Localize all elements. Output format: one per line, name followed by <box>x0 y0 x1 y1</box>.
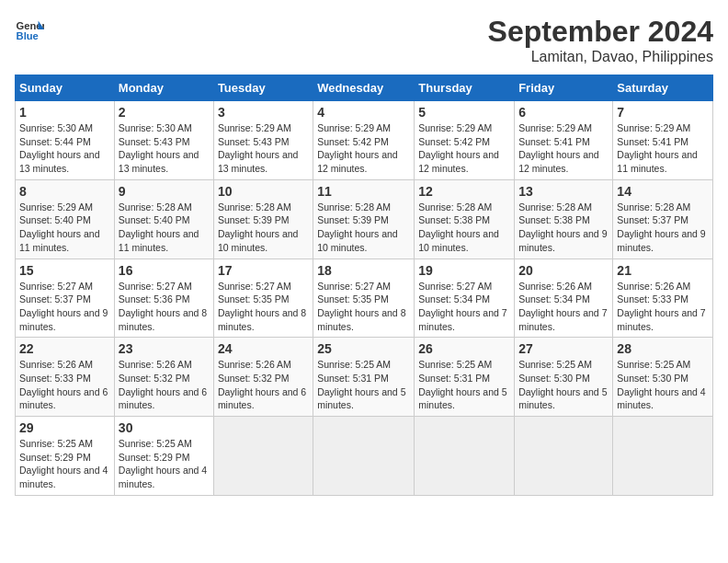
day-detail: Sunrise: 5:25 AMSunset: 5:31 PMDaylight … <box>317 358 410 412</box>
calendar-cell: 3Sunrise: 5:29 AMSunset: 5:43 PMDaylight… <box>213 101 313 180</box>
calendar-week-row: 22Sunrise: 5:26 AMSunset: 5:33 PMDayligh… <box>16 338 713 417</box>
day-detail: Sunrise: 5:28 AMSunset: 5:39 PMDaylight … <box>218 201 309 255</box>
day-number: 24 <box>218 341 309 356</box>
logo: General Blue <box>15 15 44 44</box>
day-number: 9 <box>119 184 210 199</box>
calendar-cell: 21Sunrise: 5:26 AMSunset: 5:33 PMDayligh… <box>613 259 713 338</box>
weekday-header-tuesday: Tuesday <box>213 75 313 101</box>
day-detail: Sunrise: 5:27 AMSunset: 5:34 PMDaylight … <box>418 280 510 334</box>
day-detail: Sunrise: 5:30 AMSunset: 5:44 PMDaylight … <box>19 121 110 176</box>
calendar-cell: 20Sunrise: 5:26 AMSunset: 5:34 PMDayligh… <box>515 259 613 338</box>
day-number: 17 <box>218 263 309 278</box>
day-number: 16 <box>119 263 210 278</box>
weekday-header-friday: Friday <box>515 75 613 101</box>
day-number: 14 <box>617 184 709 199</box>
day-detail: Sunrise: 5:25 AMSunset: 5:30 PMDaylight … <box>518 358 609 412</box>
calendar-week-row: 15Sunrise: 5:27 AMSunset: 5:37 PMDayligh… <box>16 259 713 338</box>
weekday-header-saturday: Saturday <box>613 75 713 101</box>
calendar-cell: 6Sunrise: 5:29 AMSunset: 5:41 PMDaylight… <box>515 101 613 180</box>
calendar-cell: 16Sunrise: 5:27 AMSunset: 5:36 PMDayligh… <box>114 259 213 338</box>
day-detail: Sunrise: 5:27 AMSunset: 5:37 PMDaylight … <box>19 280 110 334</box>
logo-icon: General Blue <box>15 15 44 44</box>
calendar-cell: 24Sunrise: 5:26 AMSunset: 5:32 PMDayligh… <box>213 338 313 417</box>
weekday-header-thursday: Thursday <box>415 75 515 101</box>
calendar-cell: 22Sunrise: 5:26 AMSunset: 5:33 PMDayligh… <box>16 338 115 417</box>
day-detail: Sunrise: 5:27 AMSunset: 5:35 PMDaylight … <box>218 280 309 334</box>
day-detail: Sunrise: 5:29 AMSunset: 5:40 PMDaylight … <box>19 201 110 255</box>
location-title: Lamitan, Davao, Philippines <box>488 49 713 65</box>
day-number: 5 <box>418 105 510 120</box>
calendar-cell: 4Sunrise: 5:29 AMSunset: 5:42 PMDaylight… <box>313 101 415 180</box>
day-detail: Sunrise: 5:28 AMSunset: 5:39 PMDaylight … <box>317 201 410 255</box>
month-title: September 2024 <box>488 15 713 49</box>
calendar-cell <box>313 417 415 496</box>
calendar-cell <box>613 417 713 496</box>
day-number: 1 <box>19 105 110 120</box>
day-detail: Sunrise: 5:25 AMSunset: 5:30 PMDaylight … <box>617 358 709 412</box>
day-detail: Sunrise: 5:26 AMSunset: 5:33 PMDaylight … <box>19 358 110 412</box>
calendar-cell: 8Sunrise: 5:29 AMSunset: 5:40 PMDaylight… <box>16 179 115 259</box>
calendar-cell: 25Sunrise: 5:25 AMSunset: 5:31 PMDayligh… <box>313 338 415 417</box>
calendar-cell: 2Sunrise: 5:30 AMSunset: 5:43 PMDaylight… <box>114 101 213 180</box>
day-number: 22 <box>19 341 110 356</box>
day-detail: Sunrise: 5:27 AMSunset: 5:35 PMDaylight … <box>317 280 410 334</box>
day-number: 21 <box>617 263 709 278</box>
day-detail: Sunrise: 5:29 AMSunset: 5:42 PMDaylight … <box>317 121 410 176</box>
day-detail: Sunrise: 5:28 AMSunset: 5:38 PMDaylight … <box>518 201 609 255</box>
calendar-cell: 1Sunrise: 5:30 AMSunset: 5:44 PMDaylight… <box>16 101 115 180</box>
calendar-cell: 11Sunrise: 5:28 AMSunset: 5:39 PMDayligh… <box>313 179 415 259</box>
calendar-cell: 29Sunrise: 5:25 AMSunset: 5:29 PMDayligh… <box>16 417 115 496</box>
day-detail: Sunrise: 5:26 AMSunset: 5:32 PMDaylight … <box>119 358 210 412</box>
weekday-header-monday: Monday <box>114 75 213 101</box>
calendar-cell: 17Sunrise: 5:27 AMSunset: 5:35 PMDayligh… <box>213 259 313 338</box>
calendar-cell: 28Sunrise: 5:25 AMSunset: 5:30 PMDayligh… <box>613 338 713 417</box>
calendar-cell: 19Sunrise: 5:27 AMSunset: 5:34 PMDayligh… <box>415 259 515 338</box>
calendar-cell: 7Sunrise: 5:29 AMSunset: 5:41 PMDaylight… <box>613 101 713 180</box>
day-number: 8 <box>19 184 110 199</box>
calendar-cell: 23Sunrise: 5:26 AMSunset: 5:32 PMDayligh… <box>114 338 213 417</box>
calendar-cell <box>415 417 515 496</box>
weekday-header-sunday: Sunday <box>16 75 115 101</box>
day-number: 2 <box>119 105 210 120</box>
day-number: 20 <box>518 263 609 278</box>
calendar-cell: 26Sunrise: 5:25 AMSunset: 5:31 PMDayligh… <box>415 338 515 417</box>
day-number: 29 <box>19 420 110 435</box>
calendar-table: SundayMondayTuesdayWednesdayThursdayFrid… <box>15 75 713 496</box>
day-detail: Sunrise: 5:29 AMSunset: 5:41 PMDaylight … <box>617 121 709 176</box>
day-number: 30 <box>119 420 210 435</box>
day-detail: Sunrise: 5:25 AMSunset: 5:31 PMDaylight … <box>418 358 510 412</box>
svg-text:Blue: Blue <box>17 30 39 41</box>
calendar-cell: 12Sunrise: 5:28 AMSunset: 5:38 PMDayligh… <box>415 179 515 259</box>
day-number: 15 <box>19 263 110 278</box>
day-number: 12 <box>418 184 510 199</box>
day-detail: Sunrise: 5:29 AMSunset: 5:42 PMDaylight … <box>418 121 510 176</box>
day-number: 3 <box>218 105 309 120</box>
calendar-week-row: 8Sunrise: 5:29 AMSunset: 5:40 PMDaylight… <box>16 179 713 259</box>
header: General Blue September 2024 Lamitan, Dav… <box>15 15 713 65</box>
calendar-cell: 15Sunrise: 5:27 AMSunset: 5:37 PMDayligh… <box>16 259 115 338</box>
calendar-cell <box>213 417 313 496</box>
title-area: September 2024 Lamitan, Davao, Philippin… <box>488 15 713 65</box>
weekday-header-wednesday: Wednesday <box>313 75 415 101</box>
calendar-cell: 30Sunrise: 5:25 AMSunset: 5:29 PMDayligh… <box>114 417 213 496</box>
day-detail: Sunrise: 5:28 AMSunset: 5:38 PMDaylight … <box>418 201 510 255</box>
day-number: 23 <box>119 341 210 356</box>
calendar-cell: 10Sunrise: 5:28 AMSunset: 5:39 PMDayligh… <box>213 179 313 259</box>
day-number: 7 <box>617 105 709 120</box>
day-number: 6 <box>518 105 609 120</box>
day-detail: Sunrise: 5:25 AMSunset: 5:29 PMDaylight … <box>119 437 210 491</box>
calendar-cell: 27Sunrise: 5:25 AMSunset: 5:30 PMDayligh… <box>515 338 613 417</box>
calendar-week-row: 29Sunrise: 5:25 AMSunset: 5:29 PMDayligh… <box>16 417 713 496</box>
day-number: 18 <box>317 263 410 278</box>
calendar-cell: 5Sunrise: 5:29 AMSunset: 5:42 PMDaylight… <box>415 101 515 180</box>
day-number: 19 <box>418 263 510 278</box>
day-number: 27 <box>518 341 609 356</box>
day-detail: Sunrise: 5:26 AMSunset: 5:33 PMDaylight … <box>617 280 709 334</box>
calendar-cell: 9Sunrise: 5:28 AMSunset: 5:40 PMDaylight… <box>114 179 213 259</box>
day-detail: Sunrise: 5:30 AMSunset: 5:43 PMDaylight … <box>119 121 210 176</box>
day-number: 11 <box>317 184 410 199</box>
day-number: 25 <box>317 341 410 356</box>
day-number: 26 <box>418 341 510 356</box>
calendar-week-row: 1Sunrise: 5:30 AMSunset: 5:44 PMDaylight… <box>16 101 713 180</box>
calendar-cell: 18Sunrise: 5:27 AMSunset: 5:35 PMDayligh… <box>313 259 415 338</box>
